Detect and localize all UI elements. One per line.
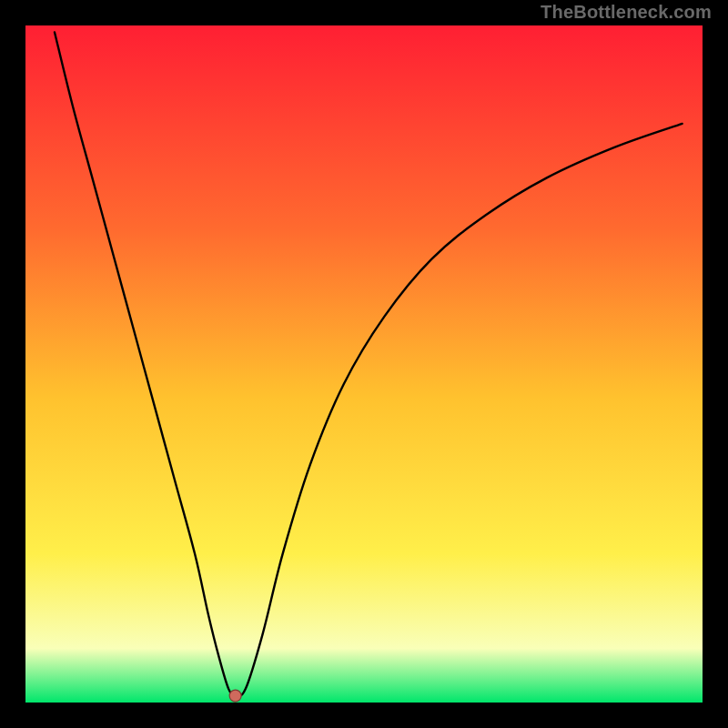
chart-container: { "watermark": "TheBottleneck.com", "col… xyxy=(0,0,728,728)
bottleneck-chart xyxy=(0,0,728,728)
plot-background xyxy=(25,25,703,703)
watermark-text: TheBottleneck.com xyxy=(541,2,712,23)
minimum-marker xyxy=(229,690,241,702)
